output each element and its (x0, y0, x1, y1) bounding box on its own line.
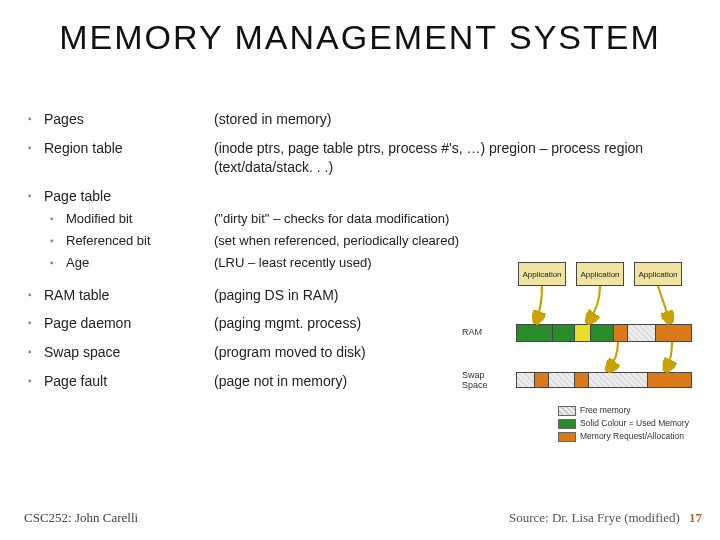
footer-source: Source: Dr. Lisa Frye (modified) (509, 510, 680, 525)
bullet-icon: ▪ (50, 254, 60, 272)
term: Modified bit (66, 210, 214, 228)
legend-swatch-solid (558, 419, 576, 429)
bullet-icon: ▪ (28, 314, 38, 333)
bullet-row: ▪ Pages (stored in memory) (28, 110, 658, 129)
desc: ("dirty bit" – checks for data modificat… (214, 210, 658, 228)
footer-right: Source: Dr. Lisa Frye (modified) 17 (509, 510, 702, 526)
term: Pages (44, 110, 214, 129)
term: Referenced bit (66, 232, 214, 250)
sub-bullet-row: ▪ Referenced bit (set when referenced, p… (50, 232, 658, 250)
sub-bullet-row: ▪ Modified bit ("dirty bit" – checks for… (50, 210, 658, 228)
term: Region table (44, 139, 214, 177)
bullet-icon: ▪ (28, 110, 38, 129)
legend-swatch-free (558, 406, 576, 416)
slide-number: 17 (689, 510, 702, 525)
bullet-icon: ▪ (50, 210, 60, 228)
bullet-icon: ▪ (28, 372, 38, 391)
bullet-icon: ▪ (28, 343, 38, 362)
diagram-legend: Free memory Solid Colour = Used Memory M… (558, 404, 689, 443)
bullet-row: ▪ Region table (inode ptrs, page table p… (28, 139, 658, 177)
desc: (stored in memory) (214, 110, 658, 129)
memory-diagram: Application Application Application RAM … (458, 262, 702, 464)
desc: (set when referenced, periodically clear… (214, 232, 658, 250)
term: Page daemon (44, 314, 214, 333)
bullet-icon: ▪ (28, 139, 38, 177)
term: Page fault (44, 372, 214, 391)
legend-solid: Solid Colour = Used Memory (580, 418, 689, 428)
slide-title: MEMORY MANAGEMENT SYSTEM (0, 18, 720, 57)
bullet-icon: ▪ (28, 187, 38, 206)
bullet-row: ▪ Page table (28, 187, 658, 206)
legend-free: Free memory (580, 405, 631, 415)
bullet-icon: ▪ (28, 286, 38, 305)
term: Page table (44, 187, 214, 206)
desc: (inode ptrs, page table ptrs, process #'… (214, 139, 658, 177)
legend-req: Memory Request/Allocation (580, 431, 684, 441)
bullet-icon: ▪ (50, 232, 60, 250)
term: Swap space (44, 343, 214, 362)
arrows-icon (458, 262, 702, 402)
legend-swatch-req (558, 432, 576, 442)
term: Age (66, 254, 214, 272)
footer-left: CSC252: John Carelli (24, 510, 138, 526)
slide: MEMORY MANAGEMENT SYSTEM ▪ Pages (stored… (0, 0, 720, 540)
term: RAM table (44, 286, 214, 305)
